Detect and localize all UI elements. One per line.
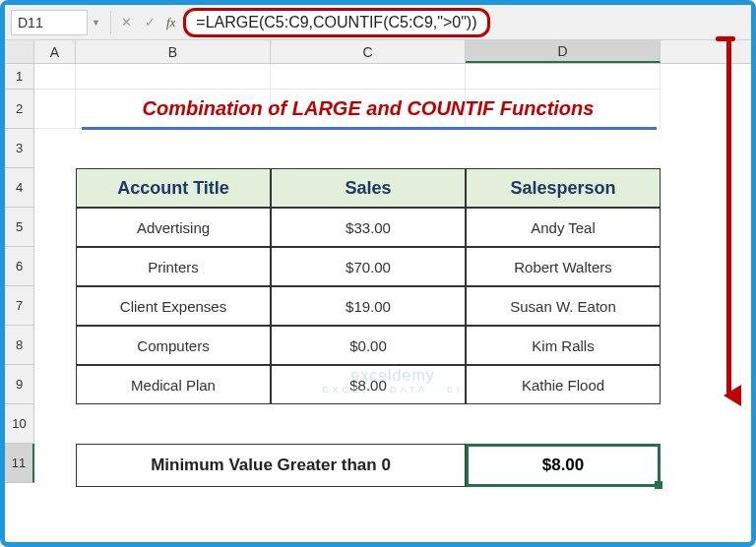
cell-sales[interactable]: $8.00 [271, 365, 466, 404]
cell-sales[interactable]: $19.00 [271, 286, 466, 326]
fill-handle[interactable] [655, 481, 662, 489]
row-header-4[interactable]: 4 [5, 168, 34, 208]
col-header-C[interactable]: C [271, 40, 466, 63]
cell-salesperson[interactable]: Andy Teal [466, 208, 661, 247]
formula-bar: D11 ▼ ✕ ✓ fx =LARGE(C5:C9,COUNTIF(C5:C9,… [5, 5, 751, 40]
divider [110, 11, 111, 34]
row-header-7[interactable]: 7 [5, 286, 34, 326]
col-header-A[interactable]: A [34, 40, 76, 63]
select-all-corner[interactable] [5, 40, 34, 63]
table-row: Client Expenses $19.00 Susan W. Eaton [76, 286, 661, 326]
cell-salesperson[interactable]: Kathie Flood [466, 365, 661, 404]
cell-account[interactable]: Medical Plan [76, 365, 271, 404]
grid: 1 2 3 4 5 6 7 8 9 10 11 Combination of L… [5, 64, 751, 483]
fx-icon[interactable]: fx [166, 15, 175, 30]
result-label[interactable]: Minimum Value Greater than 0 [76, 444, 466, 487]
cell-account[interactable]: Advertising [76, 208, 271, 247]
row-header-11[interactable]: 11 [5, 444, 34, 483]
header-sales[interactable]: Sales [271, 168, 466, 208]
row-header-3[interactable]: 3 [5, 129, 34, 168]
cell-sales[interactable]: $0.00 [271, 326, 466, 365]
cell-account[interactable]: Client Expenses [76, 286, 271, 326]
table-row: Printers $70.00 Robert Walters [76, 247, 661, 286]
excel-window: D11 ▼ ✕ ✓ fx =LARGE(C5:C9,COUNTIF(C5:C9,… [0, 0, 756, 547]
table-row: Medical Plan $8.00 Kathie Flood [76, 365, 661, 404]
row-header-6[interactable]: 6 [5, 247, 34, 286]
title-underline [82, 127, 657, 130]
header-account-title[interactable]: Account Title [76, 168, 271, 208]
row-header-8[interactable]: 8 [5, 326, 34, 365]
cell-sales[interactable]: $33.00 [271, 208, 466, 247]
cell-salesperson[interactable]: Robert Walters [466, 247, 661, 286]
cell-salesperson[interactable]: Kim Ralls [466, 326, 661, 365]
row-header-9[interactable]: 9 [5, 365, 34, 404]
row-headers: 1 2 3 4 5 6 7 8 9 10 11 [5, 64, 34, 483]
cell-sales[interactable]: $70.00 [271, 247, 466, 286]
row-header-2[interactable]: 2 [5, 90, 34, 129]
cell-account[interactable]: Computers [76, 326, 271, 365]
header-salesperson[interactable]: Salesperson [466, 168, 661, 208]
confirm-icon[interactable]: ✓ [139, 11, 162, 34]
table-row: Computers $0.00 Kim Ralls [76, 326, 661, 365]
name-box[interactable]: D11 [11, 10, 88, 35]
name-box-dropdown-icon[interactable]: ▼ [92, 18, 100, 28]
column-headers: A B C D [5, 40, 751, 64]
row-header-5[interactable]: 5 [5, 208, 34, 247]
row-header-1[interactable]: 1 [5, 64, 34, 90]
result-value: $8.00 [542, 456, 585, 475]
col-header-B[interactable]: B [76, 40, 271, 63]
data-table: Account Title Sales Salesperson Advertis… [76, 168, 661, 404]
cell-salesperson[interactable]: Susan W. Eaton [466, 286, 661, 326]
table-row: Advertising $33.00 Andy Teal [76, 208, 661, 247]
cancel-icon[interactable]: ✕ [115, 11, 139, 34]
cells-area[interactable]: Combination of LARGE and COUNTIF Functio… [34, 64, 751, 483]
formula-input[interactable]: =LARGE(C5:C9,COUNTIF(C5:C9,">0")) [183, 8, 489, 37]
result-row: Minimum Value Greater than 0 $8.00 [76, 444, 661, 487]
row-header-10[interactable]: 10 [5, 404, 34, 444]
result-cell-D11[interactable]: $8.00 [466, 444, 661, 487]
col-header-D[interactable]: D [466, 40, 661, 63]
cell-account[interactable]: Printers [76, 247, 271, 286]
page-title: Combination of LARGE and COUNTIF Functio… [76, 91, 661, 120]
